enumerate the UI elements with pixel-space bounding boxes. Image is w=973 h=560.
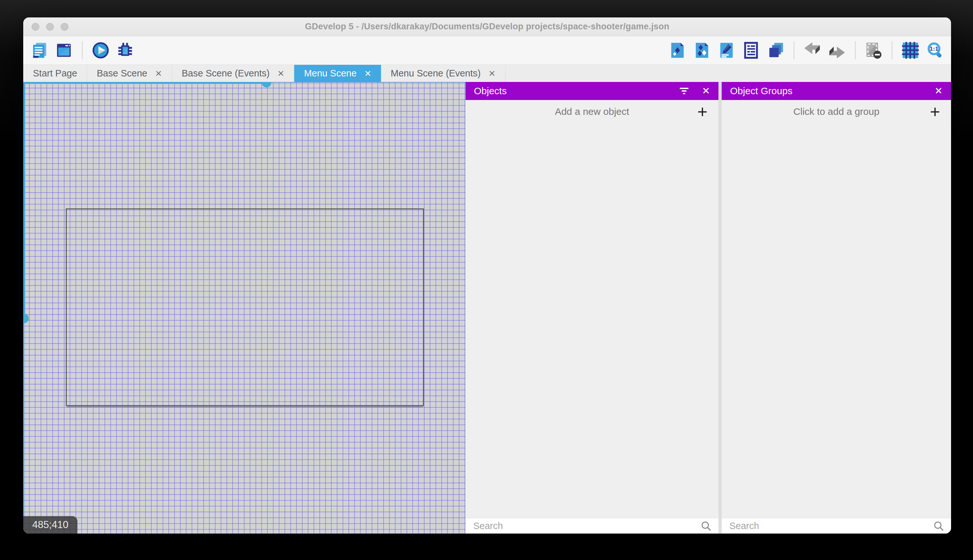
- panel-divider[interactable]: [718, 82, 722, 533]
- objects-search-bar: [465, 518, 718, 533]
- close-objects-panel-button[interactable]: ✕: [702, 86, 710, 96]
- object-groups-panel-title: Object Groups: [730, 85, 922, 97]
- project-manager-icon: [31, 42, 48, 59]
- objects-editor-icon: [669, 42, 686, 59]
- start-page-button[interactable]: [55, 41, 73, 59]
- objects-panel-title: Objects: [474, 85, 666, 97]
- debug-button[interactable]: [116, 41, 134, 59]
- tab-label: Start Page: [33, 68, 77, 79]
- search-icon: [700, 520, 712, 532]
- horizontal-scrollbar-thumb[interactable]: [262, 82, 271, 87]
- project-manager-button[interactable]: [30, 41, 48, 59]
- play-icon: [92, 42, 109, 59]
- main-content: 485;410 Objects ✕ Add a new object +: [23, 82, 951, 533]
- objects-search-input[interactable]: [465, 518, 718, 533]
- zoom-reset-button[interactable]: 1:1: [926, 41, 944, 59]
- add-group-label: Click to add a group: [793, 106, 880, 117]
- minimize-window-button[interactable]: [46, 23, 54, 31]
- traffic-lights: [32, 17, 68, 36]
- undo-icon: [804, 42, 821, 59]
- open-layers-editor-button[interactable]: [766, 41, 785, 59]
- scene-canvas[interactable]: 485;410: [23, 82, 465, 533]
- main-toolbar: 1:1: [23, 36, 951, 65]
- cursor-coordinates: 485;410: [32, 519, 68, 531]
- plus-icon: +: [697, 103, 708, 120]
- app-window: GDevelop 5 - /Users/dkarakay/Documents/G…: [23, 17, 951, 533]
- tab-base-scene[interactable]: Base Scene ✕: [87, 65, 172, 82]
- objects-list-empty-area: [465, 123, 718, 518]
- add-object-button[interactable]: Add a new object +: [465, 100, 718, 123]
- tab-close-icon[interactable]: ✕: [277, 69, 285, 78]
- tab-label: Base Scene (Events): [182, 68, 269, 79]
- tab-close-icon[interactable]: ✕: [155, 69, 162, 78]
- open-object-groups-editor-button[interactable]: [693, 41, 711, 59]
- undo-button[interactable]: [803, 41, 821, 59]
- objects-panel-header: Objects ✕: [465, 82, 718, 100]
- filter-icon[interactable]: [679, 86, 689, 96]
- properties-icon: [718, 42, 735, 59]
- add-object-label: Add a new object: [555, 106, 629, 117]
- close-object-groups-panel-button[interactable]: ✕: [935, 86, 943, 96]
- toolbar-separator: [794, 41, 794, 59]
- editor-tab-bar: Start Page Base Scene ✕ Base Scene (Even…: [23, 65, 951, 82]
- debug-icon: [117, 42, 134, 59]
- groups-list-empty-area: [722, 123, 951, 518]
- play-preview-button[interactable]: [92, 41, 110, 59]
- open-properties-panel-button[interactable]: [718, 41, 736, 59]
- groups-search-bar: [722, 518, 951, 533]
- grid-icon: [902, 42, 919, 59]
- tab-start-page[interactable]: Start Page: [23, 65, 87, 82]
- window-mask-icon: [865, 42, 882, 59]
- close-window-button[interactable]: [32, 23, 39, 31]
- vertical-scrollbar-thumb[interactable]: [23, 313, 29, 323]
- svg-text:1:1: 1:1: [930, 46, 938, 52]
- toolbar-separator: [892, 41, 892, 59]
- toggle-grid-button[interactable]: [901, 41, 920, 59]
- toggle-window-mask-button[interactable]: [865, 41, 883, 59]
- tab-close-icon[interactable]: ✕: [488, 69, 495, 78]
- start-page-icon: [55, 42, 73, 59]
- tab-label: Menu Scene (Events): [391, 68, 481, 79]
- cursor-coordinates-badge: 485;410: [23, 516, 77, 533]
- tab-base-scene-events[interactable]: Base Scene (Events) ✕: [172, 65, 294, 82]
- tab-menu-scene[interactable]: Menu Scene ✕: [294, 65, 381, 82]
- toolbar-right-group: 1:1: [668, 41, 944, 59]
- layers-icon: [767, 42, 784, 59]
- open-objects-editor-button[interactable]: [668, 41, 686, 59]
- object-groups-editor-icon: [693, 42, 711, 59]
- title-bar: GDevelop 5 - /Users/dkarakay/Documents/G…: [23, 17, 951, 36]
- tab-menu-scene-events[interactable]: Menu Scene (Events) ✕: [381, 65, 505, 82]
- zoom-window-button[interactable]: [61, 23, 68, 31]
- instances-list-icon: [742, 42, 760, 59]
- toolbar-separator: [82, 41, 83, 59]
- zoom-reset-icon: 1:1: [926, 42, 944, 59]
- tab-close-icon[interactable]: ✕: [364, 69, 372, 78]
- horizontal-scrollbar-fill: [23, 82, 267, 84]
- toolbar-separator: [855, 41, 856, 59]
- object-groups-panel-header: Object Groups ✕: [722, 82, 951, 100]
- window-title: GDevelop 5 - /Users/dkarakay/Documents/G…: [305, 22, 669, 32]
- toolbar-left-group: [30, 41, 134, 59]
- search-icon: [933, 520, 945, 532]
- tab-label: Base Scene: [97, 68, 147, 79]
- objects-panel: Objects ✕ Add a new object +: [465, 82, 718, 533]
- vertical-scrollbar-fill: [23, 82, 25, 318]
- tab-label: Menu Scene: [304, 68, 357, 79]
- groups-search-input[interactable]: [722, 518, 951, 533]
- redo-button[interactable]: [828, 41, 846, 59]
- open-instances-list-button[interactable]: [742, 41, 760, 59]
- object-groups-panel: Object Groups ✕ Click to add a group +: [722, 82, 951, 533]
- redo-icon: [828, 42, 846, 59]
- add-group-button[interactable]: Click to add a group +: [722, 100, 951, 123]
- plus-icon: +: [930, 103, 940, 120]
- game-window-bounds: [66, 208, 424, 406]
